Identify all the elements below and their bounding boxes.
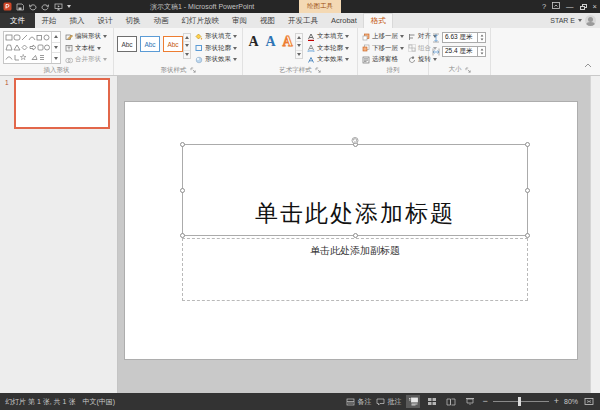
comments-icon — [376, 398, 385, 406]
zoom-level[interactable]: 80% — [564, 398, 578, 405]
tab-slideshow[interactable]: 幻灯片放映 — [175, 13, 226, 28]
zoom-in-button[interactable]: + — [554, 397, 559, 406]
text-fill-button[interactable]: 文本填充 — [306, 31, 350, 43]
text-box-button[interactable]: 文本框 — [64, 43, 108, 55]
gallery-scroll-up-icon[interactable] — [296, 34, 302, 41]
shape-fill-button[interactable]: 形状填充 — [194, 31, 238, 43]
close-icon[interactable]: × — [593, 2, 597, 11]
shape-gallery[interactable] — [3, 31, 61, 64]
gallery-more-icon[interactable] — [184, 50, 190, 58]
resize-handle-middle-left[interactable] — [180, 188, 185, 193]
shape-width-input[interactable]: 25.4 厘米 — [442, 46, 486, 57]
tab-developer[interactable]: 开发工具 — [282, 13, 325, 28]
start-slideshow-icon[interactable] — [54, 3, 63, 11]
view-slideshow-button[interactable] — [463, 395, 477, 408]
group-size: 6.63 厘米 25.4 厘米 大小 — [429, 28, 491, 75]
dialog-launcher-icon[interactable] — [190, 67, 196, 73]
tab-insert[interactable]: 插入 — [63, 13, 91, 28]
shape-style-preview-2[interactable]: Abc — [140, 36, 160, 52]
shape-gallery-row-3[interactable] — [4, 53, 51, 63]
tab-transitions[interactable]: 切换 — [119, 13, 147, 28]
title-placeholder-selected[interactable]: 单击此处添加标题 — [182, 144, 528, 236]
tab-format-active[interactable]: 格式 — [363, 13, 393, 28]
gallery-scroll-down-icon[interactable] — [296, 41, 302, 49]
gallery-scroll-down-icon[interactable] — [184, 41, 190, 49]
resize-handle-middle-right[interactable] — [525, 188, 530, 193]
edit-shape-button[interactable]: 编辑形状 — [64, 31, 108, 43]
text-outline-button[interactable]: 文本轮廓 — [306, 43, 350, 55]
gallery-scroll-down-icon[interactable] — [52, 42, 60, 53]
shape-gallery-scroll[interactable] — [51, 32, 60, 63]
shape-effects-button[interactable]: 形状效果 — [194, 54, 238, 66]
wordart-gallery-scroll[interactable] — [295, 33, 303, 59]
powerpoint-logo-icon[interactable] — [3, 2, 12, 11]
fit-slide-to-window-button[interactable] — [583, 395, 595, 408]
wordart-preview-3[interactable]: A — [280, 34, 295, 66]
shape-outline-button[interactable]: 形状轮廓 — [194, 43, 238, 55]
zoom-out-button[interactable]: − — [482, 397, 487, 406]
customize-qat-icon[interactable] — [67, 5, 71, 8]
ribbon-display-options-icon[interactable] — [552, 2, 560, 11]
tab-file[interactable]: 文件 — [0, 13, 35, 28]
view-normal-button[interactable] — [406, 395, 420, 408]
help-icon[interactable]: ? — [542, 2, 546, 11]
bring-forward-button[interactable]: 上移一层 — [361, 31, 405, 43]
dialog-launcher-icon[interactable] — [315, 67, 321, 73]
shape-style-gallery-scroll[interactable] — [183, 33, 191, 59]
tab-animations[interactable]: 动画 — [147, 13, 175, 28]
tab-review[interactable]: 审阅 — [226, 13, 254, 28]
notes-toggle[interactable]: 备注 — [346, 397, 371, 407]
slide-thumbnail-selected[interactable] — [14, 78, 110, 129]
view-slide-sorter-button[interactable] — [425, 395, 439, 408]
shape-height-input[interactable]: 6.63 厘米 — [442, 32, 486, 43]
zoom-slider[interactable] — [493, 401, 549, 402]
subtitle-placeholder[interactable]: 单击此处添加副标题 — [182, 238, 528, 301]
dropdown-icon — [400, 47, 404, 50]
send-backward-button[interactable]: 下移一层 — [361, 43, 405, 55]
wordart-preview-1[interactable]: A — [246, 34, 261, 66]
language-indicator[interactable]: 中文(中国) — [82, 397, 115, 407]
account-area[interactable]: STAR E — [550, 13, 600, 28]
collapse-ribbon-icon[interactable] — [584, 54, 592, 72]
group-arrange: 上移一层 下移一层 选择窗格 对齐 — [358, 28, 429, 75]
height-spinner[interactable] — [477, 33, 485, 42]
vertical-scrollbar[interactable] — [590, 76, 600, 393]
group-label-arrange: 排列 — [387, 66, 400, 75]
dropdown-icon — [233, 35, 237, 38]
resize-handle-top-left[interactable] — [180, 142, 185, 147]
slide-counter[interactable]: 幻灯片 第 1 张, 共 1 张 — [5, 397, 75, 407]
merge-shapes-button[interactable]: 合并形状 — [64, 54, 108, 66]
minimize-icon[interactable]: — — [566, 2, 574, 11]
redo-icon[interactable] — [41, 3, 50, 11]
restore-icon[interactable] — [580, 4, 587, 10]
tab-acrobat[interactable]: Acrobat — [325, 13, 364, 28]
rotation-handle[interactable] — [351, 131, 360, 149]
slide-editing-canvas[interactable]: 单击此处添加标题 单击此处添加副标题 — [118, 76, 590, 393]
comments-toggle[interactable]: 批注 — [376, 397, 401, 407]
resize-handle-top-right[interactable] — [525, 142, 530, 147]
dialog-launcher-icon[interactable] — [465, 67, 471, 73]
zoom-slider-thumb[interactable] — [518, 397, 521, 406]
undo-icon[interactable] — [28, 3, 37, 11]
selection-pane-button[interactable]: 选择窗格 — [361, 54, 405, 66]
tab-home[interactable]: 开始 — [35, 13, 63, 28]
group-insert-shapes: 编辑形状 文本框 合并形状 插入形状 — [0, 28, 114, 75]
shape-style-preview-3[interactable]: Abc — [163, 36, 183, 52]
dropdown-icon — [400, 35, 404, 38]
gallery-more-icon[interactable] — [296, 50, 302, 58]
shape-gallery-row-2[interactable] — [4, 42, 51, 52]
tab-view[interactable]: 视图 — [254, 13, 282, 28]
slide[interactable]: 单击此处添加标题 单击此处添加副标题 — [124, 101, 578, 360]
group-label-wordart-styles: 艺术字样式 — [279, 66, 312, 75]
wordart-preview-2[interactable]: A — [263, 34, 278, 66]
tab-design[interactable]: 设计 — [91, 13, 119, 28]
gallery-scroll-up-icon[interactable] — [184, 34, 190, 41]
shape-gallery-row-1[interactable] — [4, 32, 51, 42]
text-effects-button[interactable]: 文本效果 — [306, 54, 350, 66]
save-icon[interactable] — [16, 3, 24, 11]
shape-style-preview-1[interactable]: Abc — [117, 36, 137, 52]
gallery-more-icon[interactable] — [52, 52, 60, 63]
width-spinner[interactable] — [477, 47, 485, 56]
gallery-scroll-up-icon[interactable] — [52, 32, 60, 42]
view-reading-button[interactable] — [444, 395, 458, 408]
